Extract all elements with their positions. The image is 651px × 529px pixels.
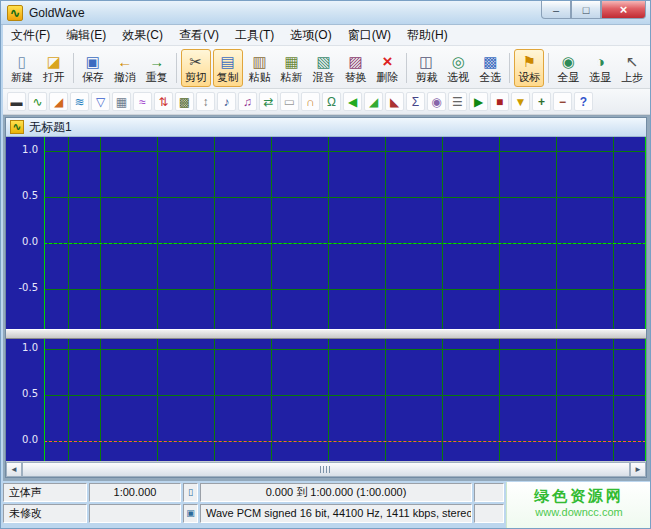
document-title-bar[interactable]: ∿ 无标题1 (6, 118, 646, 137)
channel-splitter[interactable] (6, 329, 646, 339)
shape-volume-icon[interactable]: ∩ (301, 92, 320, 111)
zoom-out-icon[interactable]: − (553, 92, 572, 111)
toolbar-button-icon: ▨ (348, 52, 362, 71)
fade-out-icon[interactable]: ◣ (385, 92, 404, 111)
status-empty (89, 504, 181, 523)
echo-icon[interactable]: ≋ (70, 92, 89, 111)
menu-item[interactable]: 查看(V) (171, 25, 227, 46)
menu-item[interactable]: 效果(C) (114, 25, 171, 46)
offset-icon[interactable]: ↕ (196, 92, 215, 111)
menu-item[interactable]: 帮助(H) (399, 25, 456, 46)
scroll-right-icon[interactable]: ► (630, 462, 646, 477)
selection-start-marker[interactable] (44, 137, 45, 329)
menu-item[interactable]: 窗口(W) (340, 25, 399, 46)
maximize-button[interactable]: □ (571, 1, 601, 19)
stop-icon[interactable]: ■ (490, 92, 509, 111)
toolbar-button-icon: ▣ (86, 52, 100, 71)
silence-icon[interactable]: ▭ (280, 92, 299, 111)
view-all-button[interactable]: ◉ 全显 (553, 49, 583, 87)
status-length: 1:00.000 (89, 483, 181, 502)
close-button[interactable]: × (601, 1, 646, 19)
reverb-icon[interactable]: ♫ (238, 92, 257, 111)
volume-icon[interactable]: ◀ (343, 92, 362, 111)
watermark-title: 绿色资源网 (507, 487, 651, 506)
selection-end-marker[interactable] (645, 137, 646, 329)
cut-button[interactable]: ✂ 剪切 (181, 49, 211, 87)
watermark: 绿色资源网 www.downcc.com (506, 482, 651, 529)
toolbar-button-label: 选显 (589, 71, 611, 84)
save-button[interactable]: ▣ 保存 (78, 49, 108, 87)
help-icon[interactable]: ? (574, 92, 593, 111)
grid-hline (44, 395, 646, 396)
mechanize-icon[interactable]: ▩ (175, 92, 194, 111)
document-title: 无标题1 (29, 119, 72, 136)
effect-chain-icon[interactable]: ☰ (448, 92, 467, 111)
grid-lines (44, 137, 646, 329)
device-controls-icon[interactable]: ▬ (7, 92, 26, 111)
filter-icon[interactable]: ▽ (91, 92, 110, 111)
toolbar-button-label: 上步 (621, 71, 643, 84)
marker-drop-icon[interactable]: ▼ (511, 92, 530, 111)
play-icon[interactable]: ▶ (469, 92, 488, 111)
expression-evaluator-icon[interactable]: Σ (406, 92, 425, 111)
waveform-right-channel[interactable]: 1.0 0.5 0.0 (6, 339, 646, 461)
fade-in-icon[interactable]: ◢ (364, 92, 383, 111)
toolbar-button-label: 设标 (518, 71, 540, 84)
amplitude-label: 1.0 (6, 144, 38, 155)
scrollbar-thumb[interactable] (22, 462, 630, 477)
menu-item[interactable]: 工具(T) (227, 25, 282, 46)
noise-reduction-icon[interactable]: ▦ (112, 92, 131, 111)
replace-button[interactable]: ▨ 替换 (341, 49, 371, 87)
pitch-icon[interactable]: ♪ (217, 92, 236, 111)
menu-item[interactable]: 选项(O) (282, 25, 339, 46)
menu-item[interactable]: 编辑(E) (58, 25, 114, 46)
app-icon: ∿ (7, 5, 23, 21)
dynamics-icon[interactable]: ◢ (49, 92, 68, 111)
previous-zoom-button[interactable]: ↖ 上步 (617, 49, 647, 87)
amplitude-label: 0.0 (6, 434, 38, 445)
horizontal-scrollbar[interactable]: ◄ ► (6, 461, 646, 477)
view-selection-button[interactable]: ◑ 选显 (585, 49, 615, 87)
open-button[interactable]: ◪ 打开 (39, 49, 69, 87)
scroll-left-icon[interactable]: ◄ (6, 462, 22, 477)
undo-button[interactable]: ← 撤消 (110, 49, 140, 87)
mix-button[interactable]: ▧ 混音 (309, 49, 339, 87)
status-modified: 未修改 (3, 504, 87, 523)
main-toolbar: ▯ 新建 ◪ 打开 ▣ 保存 ← 撤消 → 重复 (3, 46, 650, 89)
delete-button[interactable]: × 删除 (372, 49, 402, 87)
toolbar-button-icon: ▩ (483, 52, 497, 71)
document-icon: ∿ (10, 120, 24, 134)
flanger-icon[interactable]: ≈ (133, 92, 152, 111)
doppler-icon[interactable]: ∿ (28, 92, 47, 111)
title-bar[interactable]: ∿ GoldWave – □ × (1, 1, 651, 25)
amplitude-label: 1.0 (6, 342, 38, 353)
selection-end-marker[interactable] (645, 339, 646, 461)
new-button[interactable]: ▯ 新建 (7, 49, 37, 87)
selection-start-marker[interactable] (44, 339, 45, 461)
select-view-button[interactable]: ◎ 选视 (443, 49, 473, 87)
trim-button[interactable]: ◫ 剪裁 (411, 49, 441, 87)
select-all-button[interactable]: ▩ 全选 (475, 49, 505, 87)
status-row-1: 立体声 1:00.000 ▯ 0.000 到 1:00.000 (1:00.00… (3, 483, 504, 502)
redo-button[interactable]: → 重复 (142, 49, 172, 87)
invert-icon[interactable]: ⇅ (154, 92, 173, 111)
status-format-icon: ▣ (183, 504, 198, 523)
paste-button[interactable]: ▥ 粘贴 (245, 49, 275, 87)
toolbar-button-icon: → (149, 52, 164, 71)
toolbar-button-label: 粘贴 (249, 71, 271, 84)
toolbar-button-label: 重复 (146, 71, 168, 84)
reverse-icon[interactable]: ⇄ (259, 92, 278, 111)
grid-hline (44, 151, 646, 152)
paste-new-button[interactable]: ▦ 粘新 (277, 49, 307, 87)
cd-reader-icon[interactable]: ◉ (427, 92, 446, 111)
minimize-button[interactable]: – (541, 1, 571, 19)
amplitude-label: 0.5 (6, 388, 38, 399)
waveform-left-channel[interactable]: 1.0 0.5 0.0 -0.5 (6, 137, 646, 329)
amplitude-label: -0.5 (6, 282, 38, 293)
copy-button[interactable]: ▤ 复制 (213, 49, 243, 87)
menu-item[interactable]: 文件(F) (3, 25, 58, 46)
status-spacer (474, 483, 504, 502)
zoom-in-icon[interactable]: + (532, 92, 551, 111)
time-warp-icon[interactable]: Ω (322, 92, 341, 111)
set-marker-button[interactable]: ⚑ 设标 (514, 49, 544, 87)
